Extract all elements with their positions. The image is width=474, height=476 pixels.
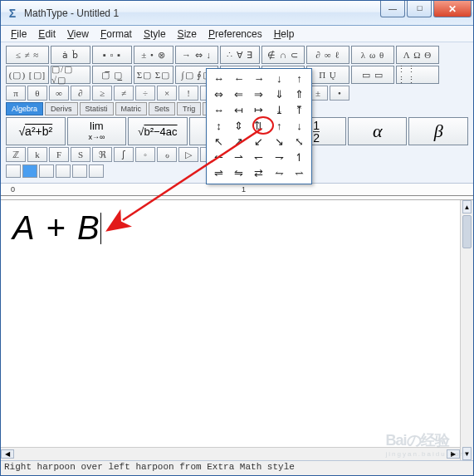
- menu-edit[interactable]: Edit: [33, 27, 61, 41]
- sym-btn-6[interactable]: ÷: [135, 86, 155, 101]
- arrow-cell-17[interactable]: ⇅: [249, 119, 268, 134]
- sym-btn-7[interactable]: ×: [157, 86, 177, 101]
- big-disc[interactable]: √b²−4ac: [128, 117, 188, 145]
- tmpl-fracrad[interactable]: ▢/▢ √▢: [51, 66, 90, 84]
- menu-format[interactable]: Format: [95, 27, 137, 41]
- sym2-btn-3[interactable]: S: [71, 147, 90, 162]
- sym-btn-3[interactable]: ∂: [71, 86, 90, 101]
- arrow-cell-20[interactable]: ↖: [209, 135, 228, 150]
- arrow-cell-33[interactable]: ⥊: [270, 166, 289, 181]
- sym2-btn-8[interactable]: ▷: [178, 147, 198, 162]
- palette-relations[interactable]: ≤ ≠ ≈: [6, 46, 49, 64]
- palette-greek-lc[interactable]: λ ω θ: [351, 46, 394, 64]
- arrow-cell-15[interactable]: ↕: [209, 119, 228, 134]
- menu-help[interactable]: Help: [269, 27, 300, 41]
- arrow-cell-2[interactable]: →: [249, 71, 268, 86]
- tmpl-fences[interactable]: (▢) [▢]: [6, 66, 49, 84]
- tab-trig[interactable]: Trig: [177, 102, 201, 115]
- palette-arrows[interactable]: → ⇔ ↓: [175, 46, 218, 64]
- tmpl-overunder[interactable]: ▢̅ ▢̲: [92, 66, 132, 84]
- palette-operators[interactable]: ± • ⊗: [134, 46, 173, 64]
- arrow-cell-7[interactable]: ⇒: [249, 87, 268, 102]
- menu-size[interactable]: Size: [173, 27, 202, 41]
- scroll-left-icon[interactable]: ◀: [1, 449, 14, 459]
- palette-misc[interactable]: ∂ ∞ ℓ: [306, 46, 349, 64]
- menu-prefs[interactable]: Preferences: [203, 27, 267, 41]
- size-btn-0[interactable]: [6, 164, 21, 178]
- arrow-cell-19[interactable]: ↓: [290, 119, 309, 134]
- arrow-cell-8[interactable]: ⇓: [270, 87, 289, 102]
- sym2-btn-4[interactable]: ℜ: [92, 147, 112, 162]
- arrow-cell-32[interactable]: ⇄: [249, 166, 268, 181]
- equation[interactable]: A + B: [12, 209, 101, 248]
- palette-logic[interactable]: ∴ ∀ ∃: [220, 46, 260, 64]
- size-btn-5[interactable]: [89, 164, 104, 178]
- minimize-button[interactable]: —: [380, 1, 405, 17]
- size-btn-4[interactable]: [72, 164, 87, 178]
- sym-btn-8[interactable]: !: [178, 86, 198, 101]
- tmpl-matrices[interactable]: ⋮⋮ ⋮⋮: [396, 66, 439, 84]
- sym-btn-0[interactable]: π: [6, 86, 26, 101]
- tmpl-products[interactable]: Π Ų: [306, 66, 349, 84]
- maximize-button[interactable]: ☐: [407, 1, 432, 17]
- sym-btn-15[interactable]: •: [330, 86, 349, 101]
- sym-btn-5[interactable]: ≠: [114, 86, 134, 101]
- big-sqrt[interactable]: √a²+b²: [6, 117, 66, 145]
- arrow-cell-14[interactable]: ⤒: [290, 103, 309, 118]
- menu-file[interactable]: File: [6, 27, 32, 41]
- arrow-cell-0[interactable]: ↔: [209, 71, 228, 86]
- arrow-cell-28[interactable]: ⇁: [270, 150, 289, 165]
- sym2-btn-1[interactable]: k: [27, 147, 47, 162]
- tab-statisti[interactable]: Statisti: [80, 102, 114, 115]
- arrow-cell-34[interactable]: ⥋: [290, 166, 309, 181]
- big-alpha[interactable]: α: [348, 117, 408, 145]
- scroll-up-icon[interactable]: ▲: [462, 200, 472, 213]
- arrow-cell-18[interactable]: ↑: [270, 119, 289, 134]
- sym2-btn-0[interactable]: ℤ: [6, 147, 26, 162]
- arrow-cell-6[interactable]: ⇐: [229, 87, 248, 102]
- arrow-cell-25[interactable]: ↼: [209, 150, 228, 165]
- size-btn-1[interactable]: [22, 164, 37, 178]
- size-btn-3[interactable]: [56, 164, 71, 178]
- titlebar[interactable]: Σ MathType - Untitled 1 — ☐ ✕: [1, 1, 473, 26]
- palette-sets[interactable]: ∉ ∩ ⊂: [261, 46, 305, 64]
- tab-matric[interactable]: Matric: [115, 102, 148, 115]
- arrow-cell-27[interactable]: ↽: [249, 150, 268, 165]
- tmpl-boxes[interactable]: ▭ ▭: [351, 66, 394, 84]
- arrow-cell-12[interactable]: ↦: [249, 103, 268, 118]
- palette-greek-uc[interactable]: Λ Ω Θ: [396, 46, 439, 64]
- menu-view[interactable]: View: [62, 27, 94, 41]
- ruler[interactable]: 0 1: [1, 184, 473, 200]
- tab-sets[interactable]: Sets: [149, 102, 175, 115]
- big-beta[interactable]: β: [408, 117, 468, 145]
- tab-derivs[interactable]: Derivs: [45, 102, 78, 115]
- arrow-cell-11[interactable]: ↤: [229, 103, 248, 118]
- arrow-cell-13[interactable]: ⤓: [270, 103, 289, 118]
- arrow-cell-4[interactable]: ↑: [290, 71, 309, 86]
- tmpl-sums[interactable]: Σ▢ Σ▢: [134, 66, 173, 84]
- arrow-cell-26[interactable]: ⇀: [229, 150, 248, 165]
- arrow-cell-21[interactable]: ↗: [229, 135, 248, 150]
- scroll-thumb-v[interactable]: [462, 215, 472, 248]
- arrow-cell-3[interactable]: ↓: [270, 71, 289, 86]
- arrow-cell-24[interactable]: ⤡: [290, 135, 309, 150]
- big-lim[interactable]: limx→∞: [67, 117, 127, 145]
- editor-area[interactable]: A + B ▲ ▼ ◀ ▶: [1, 200, 473, 460]
- palette-spaces[interactable]: ▪ ▫ ▪: [92, 46, 132, 64]
- arrow-cell-10[interactable]: ↔: [209, 103, 228, 118]
- sym2-btn-5[interactable]: ʃ: [114, 147, 134, 162]
- size-btn-2[interactable]: [39, 164, 54, 178]
- arrow-cell-16[interactable]: ⇕: [229, 119, 248, 134]
- sym2-btn-2[interactable]: F: [49, 147, 69, 162]
- sym-btn-4[interactable]: ≥: [92, 86, 112, 101]
- tab-algebra[interactable]: Algebra: [6, 102, 43, 115]
- arrow-cell-23[interactable]: ↘: [270, 135, 289, 150]
- arrow-cell-29[interactable]: ↿: [290, 150, 309, 165]
- arrow-cell-22[interactable]: ↙: [249, 135, 268, 150]
- close-button[interactable]: ✕: [433, 1, 472, 17]
- arrow-cell-1[interactable]: ←: [229, 71, 248, 86]
- palette-accents[interactable]: ȧ b̂: [51, 46, 90, 64]
- scrollbar-vertical[interactable]: ▲ ▼: [460, 200, 473, 460]
- sym-btn-2[interactable]: ∞: [49, 86, 69, 101]
- arrow-palette-popup[interactable]: ↔←→↓↑⇔⇐⇒⇓⇑↔↤↦⤓⤒↕⇕⇅↑↓↖↗↙↘⤡↼⇀↽⇁↿⇌⇋⇄⥊⥋: [206, 68, 312, 184]
